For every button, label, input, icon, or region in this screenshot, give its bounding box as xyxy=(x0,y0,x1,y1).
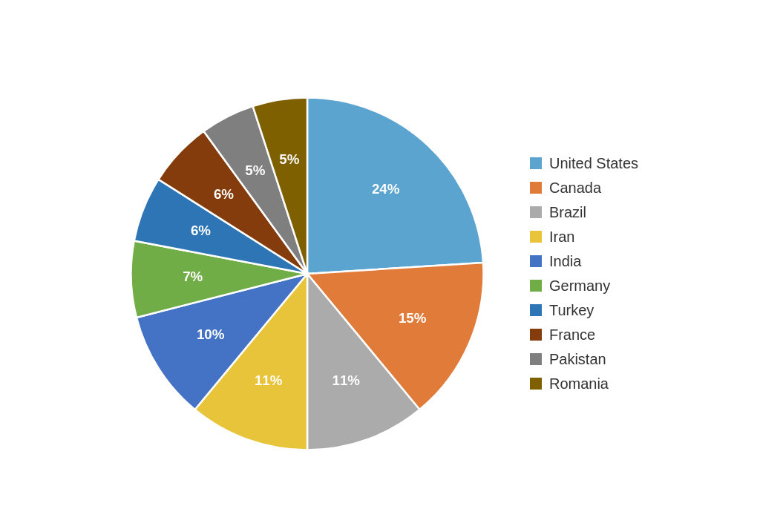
pie-label-brazil: 11% xyxy=(332,372,360,388)
legend-swatch xyxy=(530,280,542,292)
legend-swatch xyxy=(530,206,542,218)
legend-label: Romania xyxy=(549,375,609,393)
legend-label: France xyxy=(549,326,595,344)
legend-swatch xyxy=(530,378,542,390)
legend-swatch xyxy=(530,353,542,365)
legend-label: Turkey xyxy=(549,302,594,319)
legend-label: Pakistan xyxy=(549,351,606,368)
legend-label: India xyxy=(549,253,581,270)
pie-svg: 24%15%11%11%10%7%6%6%5%5% xyxy=(122,88,493,459)
legend-item-france: France xyxy=(530,326,638,344)
pie-label-iran: 11% xyxy=(255,372,283,388)
legend-item-turkey: Turkey xyxy=(530,302,638,319)
pie-label-united-states: 24% xyxy=(372,181,400,197)
legend-item-united-states: United States xyxy=(530,155,638,172)
legend-swatch xyxy=(530,157,542,169)
legend-swatch xyxy=(530,255,542,267)
legend-swatch xyxy=(530,304,542,316)
pie-label-pakistan: 5% xyxy=(245,162,265,178)
legend-item-germany: Germany xyxy=(530,278,638,295)
legend: United StatesCanadaBrazilIranIndiaGerman… xyxy=(530,155,638,393)
pie-label-romania: 5% xyxy=(279,151,299,167)
pie-label-canada: 15% xyxy=(399,310,427,326)
legend-item-iran: Iran xyxy=(530,229,638,246)
legend-label: Canada xyxy=(549,180,601,197)
legend-swatch xyxy=(530,329,542,341)
pie-chart: 24%15%11%11%10%7%6%6%5%5% xyxy=(122,88,493,459)
legend-label: Brazil xyxy=(549,204,586,221)
legend-swatch xyxy=(530,231,542,243)
pie-label-germany: 7% xyxy=(183,268,203,283)
legend-item-india: India xyxy=(530,253,638,270)
pie-label-india: 10% xyxy=(197,326,225,341)
pie-label-france: 6% xyxy=(214,186,234,202)
legend-label: Germany xyxy=(549,278,610,295)
chart-container: 24%15%11%11%10%7%6%6%5%5% United StatesC… xyxy=(0,30,760,532)
pie-label-turkey: 6% xyxy=(191,223,211,238)
legend-item-romania: Romania xyxy=(530,375,638,393)
legend-item-brazil: Brazil xyxy=(530,204,638,221)
legend-swatch xyxy=(530,182,542,194)
legend-item-pakistan: Pakistan xyxy=(530,351,638,368)
legend-label: United States xyxy=(549,155,638,172)
legend-label: Iran xyxy=(549,229,574,246)
legend-item-canada: Canada xyxy=(530,180,638,197)
